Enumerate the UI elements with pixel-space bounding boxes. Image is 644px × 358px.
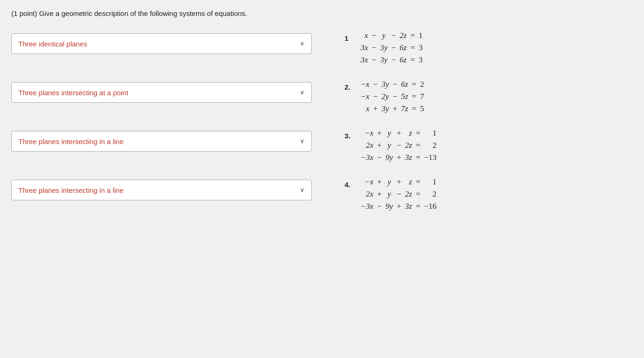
eq-row: −x + y + z = 1	[359, 176, 438, 188]
left-col-2: Three planes intersecting at a point ∨	[11, 77, 345, 103]
right-col-2: 2. −x − 3y − 6z = 2 −x − 2y − 5z =	[345, 77, 633, 115]
q-num-4: 4.	[345, 176, 359, 189]
dropdown-label-2: Three planes intersecting at a point	[18, 89, 128, 97]
equations-3: −x + y + z = 1 2x + y − 2z = 2	[359, 127, 438, 164]
question-row-1: Three identical planes ∨ 1 x − y − 2z = …	[11, 29, 633, 66]
eq-row: −x − 2y − 5z = 7	[359, 91, 426, 103]
equations-4: −x + y + z = 1 2x + y − 2z = 2	[359, 176, 438, 213]
dropdown-4[interactable]: Three planes intersecting in a line ∨	[11, 180, 312, 200]
questions-wrapper: Three identical planes ∨ 1 x − y − 2z = …	[11, 29, 633, 215]
eq-row: x − y − 2z = 1	[359, 30, 425, 42]
eq-row: x + 3y + 7z = 5	[359, 103, 426, 115]
eq-row: −x − 3y − 6z = 2	[359, 78, 426, 91]
dropdown-label-1: Three identical planes	[18, 40, 87, 48]
chevron-icon-1: ∨	[300, 40, 305, 47]
left-col-4: Three planes intersecting in a line ∨	[11, 175, 345, 200]
q-num-2: 2.	[345, 78, 359, 91]
left-col-1: Three identical planes ∨	[11, 29, 345, 54]
right-col-1: 1 x − y − 2z = 1 3x − 3y − 6z =	[345, 29, 633, 66]
eq-row: −3x − 9y + 3z = −13	[359, 152, 438, 164]
eq-row: 2x + y − 2z = 2	[359, 188, 438, 200]
right-col-4: 4. −x + y + z = 1 2x + y − 2z =	[345, 175, 633, 213]
eq-row: 2x + y − 2z = 2	[359, 139, 438, 152]
question-row-3: Three planes intersecting in a line ∨ 3.…	[11, 126, 633, 164]
eq-row: −x + y + z = 1	[359, 127, 438, 139]
eq-row: 3x − 3y − 6z = 3	[359, 54, 425, 66]
question-row-4: Three planes intersecting in a line ∨ 4.…	[11, 175, 633, 213]
left-col-3: Three planes intersecting in a line ∨	[11, 126, 345, 152]
dropdown-1[interactable]: Three identical planes ∨	[11, 33, 312, 54]
q-num-1: 1	[345, 30, 359, 42]
dropdown-label-4: Three planes intersecting in a line	[18, 186, 123, 194]
equations-1: x − y − 2z = 1 3x − 3y − 6z = 3	[359, 30, 425, 66]
eq-row: 3x − 3y − 6z = 3	[359, 42, 425, 54]
eq-row: −3x − 9y + 3z = −16	[359, 200, 438, 213]
chevron-icon-4: ∨	[300, 186, 305, 194]
dropdown-label-3: Three planes intersecting in a line	[18, 137, 123, 145]
right-col-3: 3. −x + y + z = 1 2x + y − 2z =	[345, 126, 633, 164]
chevron-icon-2: ∨	[300, 89, 305, 96]
equations-2: −x − 3y − 6z = 2 −x − 2y − 5z = 7	[359, 78, 426, 115]
question-row-2: Three planes intersecting at a point ∨ 2…	[11, 77, 633, 115]
dropdown-3[interactable]: Three planes intersecting in a line ∨	[11, 131, 312, 152]
chevron-icon-3: ∨	[300, 137, 305, 145]
q-num-3: 3.	[345, 127, 359, 140]
dropdown-2[interactable]: Three planes intersecting at a point ∨	[11, 82, 312, 103]
page-title: (1 point) Give a geometric description o…	[11, 9, 633, 17]
